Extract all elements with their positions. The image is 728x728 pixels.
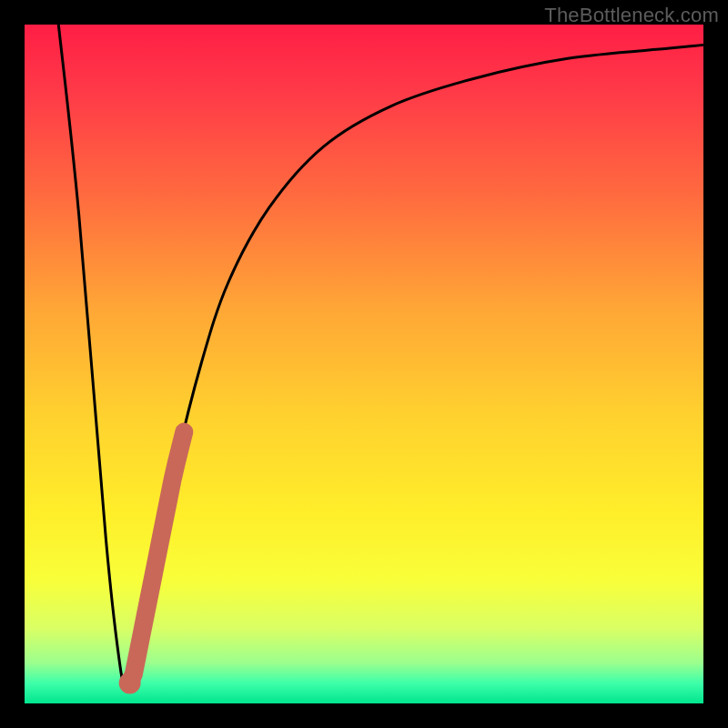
chart-svg (25, 25, 703, 703)
highlight-segment (130, 432, 185, 683)
highlight-endpoint-marker (119, 672, 141, 694)
